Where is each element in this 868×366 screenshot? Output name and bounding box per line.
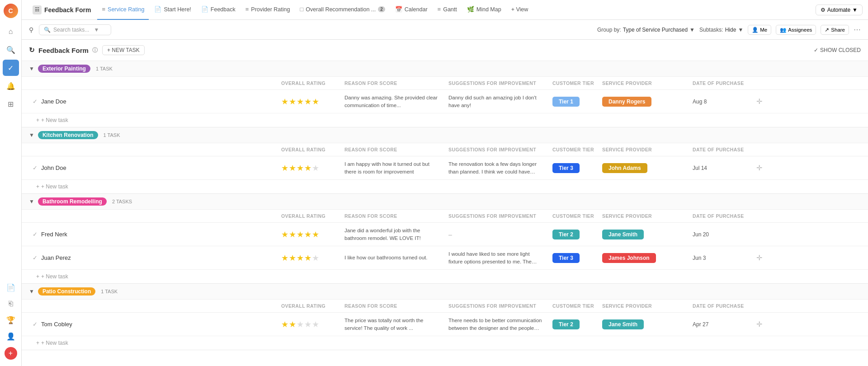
show-closed-toggle[interactable]: ✓ SHOW CLOSED: [814, 47, 861, 53]
task-reason-text: Danny was amazing. She provided clear co…: [344, 94, 441, 108]
task-check-icon[interactable]: ✓: [33, 254, 38, 261]
assignees-icon: 👥: [780, 27, 786, 33]
automate-button[interactable]: ⚙ Automate ▼: [816, 5, 863, 15]
task-add-cell: ✛: [748, 317, 766, 331]
tab-service-rating[interactable]: ≡ Service Rating: [97, 0, 149, 20]
show-closed-label: SHOW CLOSED: [820, 47, 861, 53]
bell-icon[interactable]: 🔔: [3, 78, 19, 94]
add-column-icon[interactable]: ✛: [756, 164, 762, 172]
task-reason-text: I like how our bathrooms turned out.: [344, 254, 427, 261]
tier-badge: Tier 1: [552, 97, 580, 107]
share-icon: ↗: [825, 27, 829, 33]
task-reason-cell: Jane did a wonderful job with the bathro…: [341, 224, 445, 244]
tab-feedback[interactable]: 📄 Feedback: [197, 0, 240, 20]
tab-gantt[interactable]: ≡ Gantt: [433, 0, 462, 20]
task-name[interactable]: John Doe: [41, 164, 66, 171]
task-row: ✓ Jane Doe ★ ★ ★ ★ ★ Danny was amazi: [22, 90, 868, 113]
add-column-icon[interactable]: ✛: [756, 97, 762, 106]
add-task-row-exterior[interactable]: + + New task: [22, 113, 868, 127]
col-add-k: [748, 145, 766, 154]
person-add-icon[interactable]: 👤: [3, 328, 19, 344]
star-4-empty: ★: [304, 319, 311, 329]
assignees-button[interactable]: 👥 Assignees: [776, 25, 816, 35]
add-task-label: + New task: [41, 117, 68, 123]
add-task-row-kitchen[interactable]: + + New task: [22, 180, 868, 193]
task-check-icon[interactable]: ✓: [33, 321, 38, 328]
trophy-icon[interactable]: 🏆: [3, 312, 19, 328]
me-button[interactable]: 👤 Me: [748, 25, 771, 35]
tab-overall-badge: 2: [378, 6, 385, 12]
group-bathroom-chevron-icon[interactable]: ▼: [29, 198, 34, 205]
star-2: ★: [289, 253, 296, 263]
group-bathroom-header: ▼ Bathroom Remodelling 2 TASKS: [22, 194, 868, 210]
col-add: [748, 79, 766, 88]
tab-add-view[interactable]: + View: [507, 0, 533, 20]
col-empty-p: [29, 301, 278, 310]
star-4: ★: [304, 230, 311, 239]
tab-provider-rating[interactable]: ≡ Provider Rating: [241, 0, 295, 20]
task-name[interactable]: Jane Doe: [41, 98, 66, 105]
col-empty: [29, 79, 278, 88]
group-by-control[interactable]: Group by: Type of Service Purchased ▼: [597, 27, 695, 33]
task-name[interactable]: Tom Cobley: [41, 321, 72, 328]
new-task-button[interactable]: + NEW TASK: [102, 45, 145, 55]
tab-service-rating-icon: ≡: [102, 6, 105, 13]
share-button[interactable]: ↗ Share: [821, 25, 849, 35]
task-check-icon[interactable]: ✓: [33, 231, 38, 238]
task-suggestion-text: Danny did such an amazing job I don't ha…: [448, 94, 545, 108]
task-check-icon[interactable]: ✓: [33, 98, 38, 105]
document-icon[interactable]: 📄: [3, 279, 19, 296]
add-task-icon: +: [36, 117, 39, 123]
group-kitchen-chevron-icon[interactable]: ▼: [29, 132, 34, 138]
task-suggestion-cell: Danny did such an amazing job I don't ha…: [445, 91, 549, 111]
add-task-row-patio[interactable]: + + New task: [22, 336, 868, 350]
task-reason-cell: The price was totally not worth the serv…: [341, 314, 445, 334]
col-suggestions-k: SUGGESTIONS FOR IMPROVEMENT: [445, 145, 549, 154]
group-patio-label: Patio Construction: [38, 287, 95, 296]
task-rating-cell: ★ ★ ★ ★ ★: [278, 160, 341, 176]
search-box[interactable]: 🔍 Search tasks... ▼: [39, 24, 111, 35]
tier-badge: Tier 2: [552, 230, 580, 239]
home-icon[interactable]: ⌂: [3, 23, 19, 40]
tab-start-here[interactable]: 📄 Start Here!: [150, 0, 195, 20]
search-icon[interactable]: 🔍: [3, 42, 19, 58]
task-name[interactable]: Juan Perez: [41, 254, 71, 261]
group-patio-chevron-icon[interactable]: ▼: [29, 288, 34, 295]
provider-badge: Jane Smith: [602, 319, 644, 329]
task-check-icon[interactable]: ✓: [33, 164, 38, 171]
app-logo[interactable]: C: [4, 4, 18, 18]
task-name-cell: ✓ Juan Perez: [29, 251, 278, 265]
tab-mind-map-icon: 🌿: [467, 6, 474, 13]
check-tasks-icon[interactable]: ✓: [3, 60, 19, 76]
more-options-icon[interactable]: ⋯: [854, 25, 861, 34]
star-3: ★: [297, 97, 304, 107]
add-task-row-bathroom[interactable]: + + New task: [22, 270, 868, 283]
task-name[interactable]: Fred Nerk: [41, 231, 67, 238]
star-1: ★: [281, 163, 288, 173]
tab-calendar-icon: 📅: [395, 6, 402, 13]
tab-mind-map[interactable]: 🌿 Mind Map: [462, 0, 506, 20]
top-navigation: ☷ Feedback Form ≡ Service Rating 📄 Start…: [22, 0, 868, 20]
add-column-icon[interactable]: ✛: [756, 320, 762, 328]
star-2: ★: [289, 97, 296, 107]
add-column-icon[interactable]: ✛: [756, 253, 762, 262]
page-icon: ☷: [33, 5, 42, 14]
signal-icon[interactable]: ⎗: [3, 296, 19, 312]
task-date-cell: Aug 8: [689, 96, 748, 108]
task-name-cell: ✓ Jane Doe: [29, 94, 278, 108]
subtasks-control[interactable]: Subtasks: Hide ▼: [699, 27, 743, 33]
col-customer-tier: CUSTOMER TIER: [549, 79, 599, 88]
grid-icon[interactable]: ⊞: [3, 96, 19, 112]
task-row: ✓ Fred Nerk ★ ★ ★ ★ ★ Jane did a won: [22, 223, 868, 246]
star-1: ★: [281, 319, 288, 329]
task-reason-cell: I like how our bathrooms turned out.: [341, 251, 445, 264]
add-workspace-icon[interactable]: +: [5, 347, 17, 360]
col-service-provider: SERVICE PROVIDER: [599, 79, 689, 88]
tab-overall-recommendation[interactable]: □ Overall Recommendation ... 2: [295, 0, 389, 20]
group-exterior-painting: ▼ Exterior Painting 1 TASK OVERALL RATIN…: [22, 61, 868, 127]
collapse-icon[interactable]: ↻: [29, 46, 35, 54]
group-exterior-chevron-icon[interactable]: ▼: [29, 66, 34, 72]
group-patio-header: ▼ Patio Construction 1 TASK: [22, 284, 868, 300]
tab-calendar[interactable]: 📅 Calendar: [391, 0, 432, 20]
task-tier-cell: Tier 2: [549, 227, 599, 242]
